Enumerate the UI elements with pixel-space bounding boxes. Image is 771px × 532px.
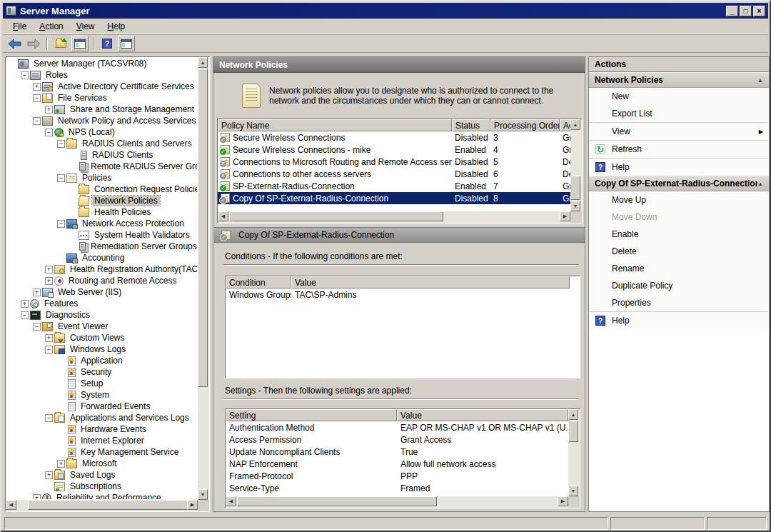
expander[interactable]: − [33,117,42,125]
collapse-icon[interactable]: − [45,414,53,422]
menu-help[interactable]: Help [102,20,131,33]
tree-item-network-access-protection[interactable]: −Network Access Protection [6,218,197,229]
actions-section-header[interactable]: Copy Of SP-Externat-Radius-Connection▲ [589,176,769,191]
maximize-button[interactable]: □ [740,6,752,16]
action-delete[interactable]: Delete [589,243,769,260]
expander[interactable]: + [45,106,54,114]
tree-item-radius-clients[interactable]: RADIUS Clients [6,149,197,161]
expand-icon[interactable]: + [57,460,65,468]
expand-icon[interactable]: + [33,288,41,296]
action-help[interactable]: ?Help [589,159,769,176]
collapse-icon[interactable]: − [21,71,29,79]
tree-item-microsoft[interactable]: +Microsoft [6,458,197,469]
tree-item-event-viewer[interactable]: −Event Viewer [6,321,197,332]
forward-button[interactable] [25,36,42,51]
setting-row[interactable]: Service-TypeFramed [226,482,580,494]
column-header-setting[interactable]: Setting [226,409,397,421]
tree-item-nps-local-[interactable]: −NPS (Local) [6,126,197,138]
expander[interactable]: − [33,323,42,331]
expander[interactable]: + [21,300,30,308]
action-move-up[interactable]: Move Up [589,191,769,209]
scroll-left-button[interactable]: ◀ [226,496,236,506]
tree-item-setup[interactable]: Setup [6,378,197,389]
setting-row[interactable]: Framed-ProtocolPPP [226,470,580,482]
expand-icon[interactable]: + [45,471,53,479]
scroll-thumb[interactable] [237,496,437,506]
condition-row[interactable]: Windows GroupsTAC\SP-Admins [226,288,580,301]
collapse-icon[interactable]: − [33,117,41,125]
action-help[interactable]: ?Help [589,312,769,329]
expander[interactable]: − [57,174,66,182]
scroll-right-button[interactable]: ▶ [187,500,198,510]
expand-icon[interactable]: + [33,494,41,500]
tree-item-remediation-server-groups[interactable]: Remediation Server Groups [6,241,197,252]
expander[interactable]: + [33,83,42,91]
setting-row[interactable]: Authentication MethodEAP OR MS-CHAP v1 O… [226,421,580,433]
expander[interactable]: − [33,94,42,102]
menu-action[interactable]: Action [34,20,69,33]
expander[interactable]: + [45,266,54,273]
expander[interactable]: − [45,346,54,353]
expander[interactable]: − [21,311,30,319]
tree-item-health-registration-authority-tacsvr08[interactable]: +Health Registration Authority(TACSVR08 [6,264,197,275]
collapse-icon[interactable]: ▲ [757,77,763,84]
tree-item-active-directory-certificate-services[interactable]: +Active Directory Certificate Services [6,81,197,92]
minimize-button[interactable]: _ [726,6,738,16]
scroll-down-button[interactable]: ▼ [568,486,578,496]
tree-item-accounting[interactable]: Accounting [6,252,197,264]
action-enable[interactable]: Enable [589,226,769,243]
collapse-icon[interactable]: − [33,94,41,102]
collapse-icon[interactable]: − [21,311,29,319]
tree-item-hardware-events[interactable]: Hardware Events [6,423,197,435]
scroll-up-button[interactable]: ▲ [568,409,578,420]
tree-item-network-policies[interactable]: Network Policies [6,195,197,206]
close-button[interactable]: × [753,6,765,16]
expand-icon[interactable]: + [45,334,53,342]
expand-icon[interactable]: + [45,106,53,114]
tree-item-key-management-service[interactable]: Key Management Service [6,446,197,458]
column-header-policy-name[interactable]: Policy Name [218,119,452,131]
settings-vertical-scrollbar[interactable]: ▲ ▼ [568,409,580,496]
expander[interactable]: − [45,129,54,136]
setting-row[interactable]: NAP EnforcementAllow full network access [226,458,580,470]
scroll-down-button[interactable]: ▼ [198,489,208,500]
collapse-icon[interactable]: − [45,129,53,136]
action-view[interactable]: View▶ [589,123,769,140]
collapse-icon[interactable]: − [45,346,53,353]
policy-row[interactable]: Connections to other access serversDisab… [218,168,582,180]
help-button[interactable]: ? [99,36,116,51]
tree-item-health-policies[interactable]: Health Policies [6,206,197,218]
scroll-up-button[interactable]: ▲ [198,57,208,68]
tree-item-system[interactable]: System [6,389,197,401]
export-list-button[interactable] [52,36,69,51]
tree-item-applications-and-services-logs[interactable]: −Applications and Services Logs [6,412,197,423]
tree-item-routing-and-remote-access[interactable]: +Routing and Remote Access [6,275,197,286]
actions-section-header[interactable]: Network Policies▲ [589,72,769,88]
setting-row[interactable]: Access PermissionGrant Access [226,433,580,446]
column-header-status[interactable]: Status [452,119,490,131]
settings-horizontal-scrollbar[interactable]: ◀ ▶ [226,496,568,508]
scroll-thumb[interactable] [28,500,192,510]
tree-item-web-server-iis-[interactable]: +Web Server (IIS) [6,286,197,298]
scroll-thumb[interactable] [568,421,578,442]
tree-item-policies[interactable]: −Policies [6,172,197,184]
scroll-thumb[interactable] [570,176,580,200]
tree-item-radius-clients-and-servers[interactable]: −RADIUS Clients and Servers [6,138,197,149]
scroll-right-button[interactable]: ▶ [558,496,568,506]
back-button[interactable] [6,36,23,51]
tree-item-file-services[interactable]: −File Services [6,92,197,104]
collapse-icon[interactable]: − [57,174,65,182]
policy-vertical-scrollbar[interactable]: ▲ ▼ [570,119,582,211]
tree-horizontal-scrollbar[interactable]: ◀ ▶ [6,500,198,511]
tree-item-remote-radius-server-groups[interactable]: Remote RADIUS Server Groups [6,161,197,172]
expander[interactable]: + [33,494,42,500]
action-rename[interactable]: Rename [589,260,769,277]
tree-item-diagnostics[interactable]: −Diagnostics [6,309,197,321]
policy-row[interactable]: Secure Wireless ConnectionsDisabled3Gra [218,131,582,144]
tree-item-internet-explorer[interactable]: Internet Explorer [6,435,197,446]
show-action-pane-button[interactable] [118,36,135,51]
scroll-left-button[interactable]: ◀ [218,211,228,221]
tree-item-reliability-and-performance[interactable]: +Reliability and Performance [6,492,197,499]
tree-item-application[interactable]: Application [6,355,197,366]
expander[interactable]: + [57,460,66,468]
